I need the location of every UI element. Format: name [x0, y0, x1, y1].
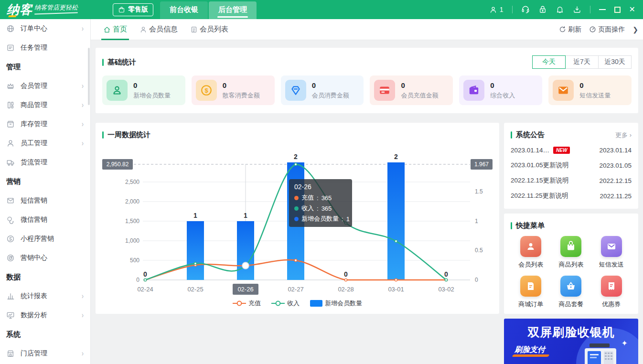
truck-icon [6, 158, 15, 167]
notice-more-link[interactable]: 更多 › [615, 131, 632, 139]
tab-member-list[interactable]: 会员列表 [190, 19, 228, 40]
svg-text:2,000: 2,000 [125, 198, 139, 205]
sidebar-item-logistics-mgmt[interactable]: 货流管理 [0, 153, 90, 172]
crown-icon [6, 82, 15, 90]
tooltip-label: 收入 [301, 204, 314, 213]
stat-value: 0 [490, 81, 515, 89]
tooltip-label: 新增会员数量 [301, 214, 339, 223]
chart-tooltip: 02-26 充值:365 收入:365 新增会员数量:1 [289, 179, 352, 227]
sidebar-item-staff-mgmt[interactable]: 员工管理› [0, 134, 90, 153]
refresh-button[interactable]: 刷新 [559, 25, 581, 34]
tab-member-info[interactable]: 会员信息 [139, 19, 178, 40]
lock-icon[interactable] [538, 5, 547, 14]
svg-text:02-24: 02-24 [137, 286, 153, 293]
tooltip-title: 02-26 [294, 183, 347, 191]
quick-item-mall-orders[interactable]: 商城订单 [511, 276, 551, 309]
quick-item-product-list[interactable]: 商品列表 [551, 236, 591, 269]
chevron-right-icon[interactable]: ❯ [632, 26, 639, 33]
quick-item-member-list[interactable]: 会员列表 [511, 236, 551, 269]
sidebar-item-label: 营销中心 [21, 254, 47, 262]
user-icon [489, 6, 497, 14]
page-operations-button[interactable]: 页面操作 [589, 25, 625, 34]
legend-item-income[interactable]: 收入 [271, 299, 300, 308]
sidebar-item-data-analysis[interactable]: 数据分析› [0, 306, 90, 325]
window-minimize-button[interactable] [599, 9, 606, 10]
legend-item-new-members[interactable]: 新增会员数量 [310, 299, 362, 308]
card-icon-wrap [374, 80, 395, 101]
diamond-icon [289, 84, 302, 96]
quick-item-coupon[interactable]: 优惠券 [591, 276, 632, 309]
sparkle-icon: ✦ [622, 339, 628, 348]
chevron-right-icon: › [82, 24, 84, 33]
page-operations-label: 页面操作 [598, 25, 625, 34]
chart-legend: 充值 收入 新增会员数量 [102, 299, 493, 308]
gauge-icon [589, 26, 596, 33]
legend-item-recharge[interactable]: 充值 [233, 299, 261, 308]
notice-row[interactable]: 2022.12.15更新说明 2022.12.15 [511, 173, 632, 188]
headset-icon[interactable] [521, 5, 530, 14]
green-dot-icon [294, 206, 299, 211]
tab-label: 会员列表 [200, 25, 228, 34]
refresh-icon [559, 26, 566, 33]
product-bundle-icon [560, 276, 581, 297]
bag-icon [565, 241, 577, 252]
sidebar-item-marketing-center[interactable]: 营销中心 [0, 248, 90, 268]
notice-row[interactable]: 2023.01.05更新说明 2023.01.05 [511, 158, 632, 173]
sidebar-item-task-mgmt[interactable]: 任务管理 [0, 38, 90, 57]
bar-marker-icon [310, 300, 322, 307]
envelope-icon [606, 241, 617, 252]
notice-row[interactable]: 2023.01.14… NEW 2023.01.14 [511, 142, 632, 158]
range-button-today[interactable]: 今天 [532, 55, 566, 69]
range-button-7days[interactable]: 近7天 [565, 55, 599, 69]
nav-tab-admin[interactable]: 后台管理 [209, 1, 257, 19]
sidebar-item-product-mgmt[interactable]: 商品管理› [0, 96, 90, 115]
tooltip-row: 充值:365 [294, 193, 347, 202]
box-icon [6, 120, 15, 128]
sidebar-item-store-mgmt[interactable]: 门店管理› [0, 344, 90, 363]
basic-stats-panel: 基础统计 今天 近7天 近30天 0新增会员数量 [96, 48, 638, 113]
sidebar-item-sms-marketing[interactable]: 短信营销 [0, 191, 90, 210]
home-icon [103, 26, 111, 33]
svg-text:03-01: 03-01 [388, 286, 404, 293]
notice-text: 2023.01.05更新说明 [511, 161, 569, 170]
task-doc-icon [6, 43, 15, 52]
nav-tab-cashier[interactable]: 前台收银 [160, 1, 208, 19]
svg-text:1.967: 1.967 [474, 161, 489, 168]
basket-icon [565, 280, 577, 292]
ad-title: 双屏刷脸收银机 [504, 324, 638, 340]
sidebar-item-inventory-mgmt[interactable]: 库存管理› [0, 115, 90, 134]
quick-item-label: 商城订单 [511, 300, 551, 309]
version-button[interactable]: 零售版 [113, 3, 153, 16]
quick-item-product-bundle[interactable]: 商品套餐 [551, 276, 591, 309]
stat-card-sms-sent: 0短信发送量 [548, 75, 632, 105]
tab-home[interactable]: 首页 [103, 19, 127, 40]
download-icon[interactable] [573, 5, 581, 14]
tooltip-sep: : [317, 194, 319, 202]
sidebar-item-wechat-marketing[interactable]: 微信营销 [0, 210, 90, 229]
stat-card-walkin-spend: $ 0散客消费金额 [192, 75, 275, 105]
sidebar-item-member-mgmt[interactable]: 会员管理› [0, 76, 90, 96]
stat-label: 综合收入 [490, 91, 515, 100]
target-icon [6, 254, 15, 262]
notice-row[interactable]: 2022.11.25更新说明 2022.11.25 [511, 188, 632, 203]
notice-date: 2022.11.25 [600, 193, 632, 200]
notice-text: 2022.12.15更新说明 [511, 176, 569, 185]
user-account-button[interactable]: 1 [489, 6, 504, 14]
sidebar-item-label: 门店管理 [21, 349, 47, 358]
wallet-icon [468, 84, 480, 96]
ad-banner[interactable]: 双屏刷脸收银机 刷脸支付 ✦ [504, 319, 638, 364]
stat-label: 散客消费金额 [223, 91, 260, 100]
window-close-button[interactable]: ✕ [629, 6, 635, 13]
bell-icon[interactable] [556, 5, 564, 14]
quick-item-label: 短信发送 [591, 260, 632, 269]
sidebar-item-miniprogram-marketing[interactable]: 小程序营销 [0, 229, 90, 248]
range-button-30days[interactable]: 近30天 [598, 55, 632, 69]
stat-value: 0 [579, 81, 611, 89]
quick-item-sms-send[interactable]: 短信发送 [591, 236, 632, 269]
svg-text:$: $ [204, 87, 208, 94]
sidebar-item-order-center[interactable]: 订单中心› [0, 19, 90, 38]
svg-text:1,000: 1,000 [125, 237, 139, 244]
window-maximize-button[interactable] [614, 7, 621, 13]
stat-card-member-spend: 0会员消费金额 [281, 75, 364, 105]
sidebar-item-stat-reports[interactable]: 统计报表› [0, 287, 90, 306]
